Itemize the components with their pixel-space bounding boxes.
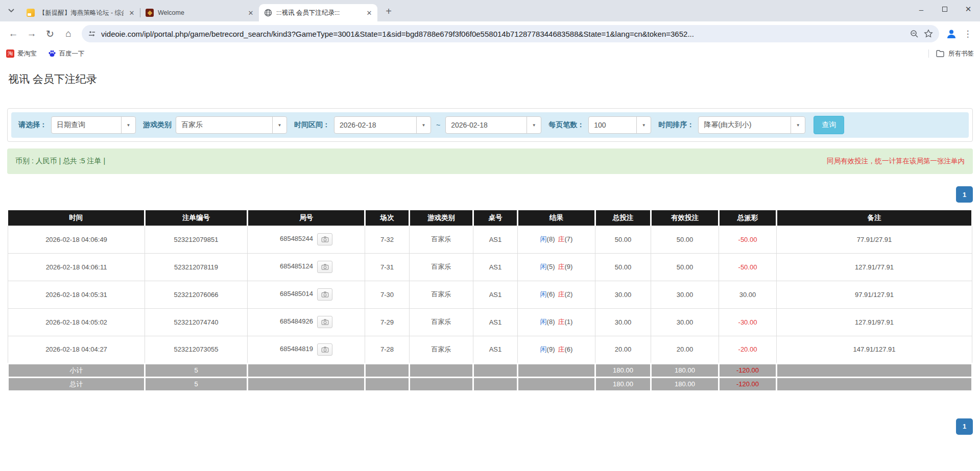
camera-icon [321,236,329,242]
column-header: 局号 [248,210,365,226]
game-type-select[interactable]: 百家乐 ▼ [176,116,287,134]
url-text[interactable]: videoie.com/ipl/portal.php/game/betrecor… [101,30,905,38]
site-info-icon[interactable] [88,30,96,38]
round-snapshot-button[interactable] [317,261,332,273]
chevron-down-icon: ▼ [527,117,541,133]
url-bar[interactable]: videoie.com/ipl/portal.php/game/betrecor… [82,25,939,42]
cell-total-bet-link[interactable]: 20.00 [595,336,651,363]
sort-order-select[interactable]: 降幂(由大到小) ▼ [698,116,805,134]
minimize-button[interactable]: – [910,0,933,18]
table-row: 2026-02-18 04:04:27 523212073055 6854848… [8,336,972,363]
subtotal-count: 5 [145,363,248,377]
cell-game-type: 百家乐 [410,336,473,363]
table-body: 2026-02-18 04:06:49 523212079851 6854852… [8,226,972,363]
table-row: 2026-02-18 04:05:31 523212076066 6854850… [8,281,972,308]
date-from-value: 2026-02-18 [334,121,416,129]
cell-total-bet-link[interactable]: 30.00 [595,281,651,308]
cell-payout: -30.00 [719,308,777,336]
camera-icon [321,346,329,353]
subtotal-label: 小计 [8,363,145,377]
query-type-label: 请选择： [18,120,47,130]
query-type-select[interactable]: 日期查询 ▼ [51,116,136,134]
forum-favicon-icon [27,9,35,17]
round-snapshot-button[interactable] [317,316,332,328]
forward-button[interactable]: → [23,26,40,42]
chevron-down-icon: ▼ [636,117,651,133]
bookmark-label: 百度一下 [59,49,85,58]
page-size-select[interactable]: 100 ▼ [588,116,651,134]
column-header: 场次 [365,210,410,226]
bookmark-taobao[interactable]: 淘 爱淘宝 [6,49,37,58]
page-1-button[interactable]: 1 [956,186,973,203]
round-id-text: 685484926 [280,317,313,325]
close-icon[interactable]: ✕ [365,9,373,17]
zoom-icon[interactable] [910,30,919,38]
close-icon[interactable]: ✕ [247,9,255,17]
profile-avatar[interactable] [944,27,959,41]
tab-welcome[interactable]: Welcome ✕ [140,4,259,21]
column-header: 游戏类别 [410,210,473,226]
column-header: 结果 [518,210,595,226]
round-snapshot-button[interactable] [317,343,332,356]
all-bookmarks[interactable]: 所有书签 [928,49,974,58]
reload-button[interactable]: ↻ [42,26,58,42]
close-icon[interactable]: ✕ [128,9,136,17]
page-size-value: 100 [589,121,636,129]
cell-round-id: 685485014 [248,281,365,308]
result-banker: 庄 [558,345,565,353]
cell-table-no: AS1 [473,226,518,253]
result-banker: 庄 [558,263,565,270]
table-row: 2026-02-18 04:06:49 523212079851 6854852… [8,226,972,253]
back-button[interactable]: ← [5,26,21,42]
cell-total-bet-link[interactable]: 50.00 [595,253,651,281]
chevron-down-icon [8,9,14,13]
cell-time: 2026-02-18 04:05:31 [8,281,145,308]
cell-valid-bet: 50.00 [651,226,719,253]
home-button[interactable]: ⌂ [60,26,77,42]
cell-game-type: 百家乐 [410,226,473,253]
filter-bar: 请选择： 日期查询 ▼ 游戏类别 百家乐 ▼ 时间区间： 2026-02-18 … [11,112,969,138]
column-header: 备注 [777,210,972,226]
result-player-score: (9) [547,345,555,353]
cell-session: 7-31 [365,253,410,281]
cell-valid-bet: 50.00 [651,253,719,281]
cell-total-bet-link[interactable]: 50.00 [595,226,651,253]
maximize-button[interactable] [933,0,957,18]
game-type-value: 百家乐 [176,120,272,130]
tab-forum[interactable]: 【新提醒】海燕策略论坛 - 综合 ✕ [21,4,140,21]
cell-remark: 97.91/127.91 [777,281,972,308]
bookmark-baidu[interactable]: 百度一下 [48,49,85,58]
bookmarks-bar: 淘 爱淘宝 百度一下 所有书签 [0,46,980,61]
cell-table-no: AS1 [473,308,518,336]
tab-search-button[interactable] [4,4,18,18]
cell-remark: 127.91/97.91 [777,308,972,336]
round-snapshot-button[interactable] [317,233,332,245]
table-summary: 小计 5 180.00 180.00 -120.00 总计 5 180.00 1… [8,363,972,391]
page-1-button[interactable]: 1 [956,418,973,435]
result-player: 闲 [540,345,547,353]
browser-menu-button[interactable]: ⋮ [961,27,975,41]
tab-bet-records-active[interactable]: :::视讯 会员下注纪录::: ✕ [259,4,377,21]
cell-table-no: AS1 [473,336,518,363]
column-header: 有效投注 [651,210,719,226]
bookmark-star-icon[interactable] [924,29,933,38]
person-icon [945,28,958,40]
cell-total-bet-link[interactable]: 30.00 [595,308,651,336]
total-label: 总计 [8,377,145,391]
cell-table-no: AS1 [473,253,518,281]
currency-summary-text: 币别 : 人民币 | 总共 :5 注单 | [15,157,105,166]
all-bookmarks-label: 所有书签 [948,49,974,58]
result-banker-score: (1) [565,318,573,326]
new-tab-button[interactable]: + [381,4,396,18]
total-total-bet: 180.00 [595,377,651,391]
date-to-value: 2026-02-18 [446,121,527,129]
camera-icon [321,291,329,298]
round-snapshot-button[interactable] [317,288,332,301]
baidu-paw-icon [48,49,56,58]
subtotal-row: 小计 5 180.00 180.00 -120.00 [8,363,972,377]
close-window-button[interactable]: ✕ [957,0,980,18]
date-to-select[interactable]: 2026-02-18 ▼ [445,116,541,134]
date-from-select[interactable]: 2026-02-18 ▼ [334,116,431,134]
chevron-down-icon: ▼ [272,117,286,133]
search-button[interactable]: 查询 [814,116,844,134]
